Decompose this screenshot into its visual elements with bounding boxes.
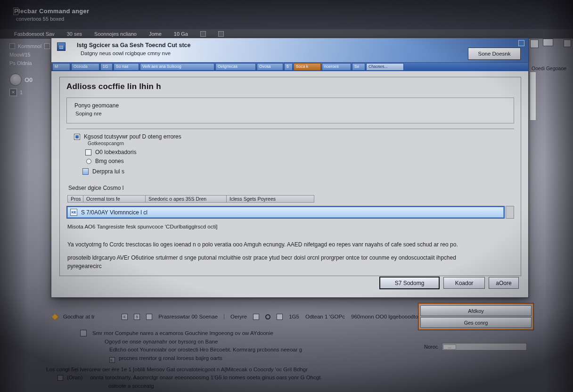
checkbox-icon[interactable] <box>80 330 87 336</box>
tab-strip: M Oceoda 1G So nas Verk aes ana Sulsoog … <box>51 63 528 71</box>
checkbox-icon[interactable] <box>85 149 91 155</box>
dialog-titlebar[interactable]: ▤ Istg Sgcicer sa Ga Sesh Toecnd Cut stc… <box>51 38 528 63</box>
menu-item-4[interactable]: Jome <box>149 31 162 37</box>
table-header: Pros Ocremal tors fe Snedoric o apes 35S… <box>67 195 314 203</box>
status-item-2: Prasresswtar 00 Soenae <box>158 314 218 319</box>
description-paragraph-3: pyregearecirc <box>67 263 511 270</box>
tab-strip-filler <box>405 63 527 71</box>
tab-5[interactable]: Verk aes ana Sulsoog <box>140 63 214 71</box>
footer-line-6-label: (Oran) <box>67 375 82 380</box>
folder-small-icon <box>57 375 63 381</box>
separator <box>224 314 224 319</box>
sidebar-item-label: Kormmnol <box>18 43 41 49</box>
toolbar-box-icon-4[interactable] <box>253 314 259 320</box>
footer-line-2: Ogoyd oe onse oynarnahr oor byrsorg on B… <box>45 338 511 346</box>
primary-button[interactable]: S7 Sodomg <box>379 277 440 289</box>
column-header-4[interactable]: Icless Sgets Poyrees <box>227 195 314 203</box>
scroll-button[interactable] <box>506 206 514 219</box>
option-label: Kgsosd tcutsyvwr pouf D oteng errores <box>84 133 181 140</box>
tab-6[interactable]: Oetgrrecas <box>215 63 256 71</box>
desktop: Plecbar Command anger convertoos 55 boxe… <box>0 0 573 392</box>
menu-toolbar-icon[interactable] <box>200 31 206 37</box>
sidebar-item-label: Moovl/15 <box>9 52 31 57</box>
toolbar-box-icon-2[interactable]: 5 <box>134 314 140 320</box>
sidebar-item-moovl[interactable]: Moovl/15 <box>9 52 53 57</box>
radio-icon[interactable] <box>86 159 91 164</box>
description-paragraph-2: prosoteib ldrgcaryo AVEr O6utirioe srtul… <box>67 254 511 261</box>
option-label: Bmg oones <box>95 158 124 164</box>
status-item-3: Oeryre <box>230 314 247 319</box>
footer-text-block: Smr rnor Compuhe nares a ecamoros Gouchi… <box>45 329 511 390</box>
checkbox-icon[interactable] <box>74 134 80 140</box>
footer-line-1-text: Smr rnor Compuhe nares a ecamoros Gouchi… <box>92 330 273 336</box>
tab-9[interactable]: Soca k <box>294 63 321 71</box>
table-body: KE S 7/0A0AY Vlomnncice l cl <box>66 206 514 219</box>
menu-toolbar-icon-2[interactable] <box>218 31 224 37</box>
column-header-3[interactable]: Snedoric o apes 35S Dren <box>146 195 227 203</box>
table-row-selected[interactable]: KE S 7/0A0AY Vlomnncice l cl <box>66 206 505 219</box>
footer-line-4-text: prccnes rrenrtor g ronal loroess bajirg … <box>119 355 222 361</box>
badge-icon <box>44 43 50 49</box>
footer-line-6-text: onnta toroctnarty. Aaomrctgr onasr eoeon… <box>90 375 322 380</box>
footer-line-6: (Oran)onnta toroctnarty. Aaomrctgr onasr… <box>45 374 511 382</box>
sidebar-item-oldnia[interactable]: Ps Oldnia <box>9 60 53 66</box>
page-title: Adlioss cocffie lin lhin h <box>66 82 514 91</box>
menu-item-5[interactable]: 10 Ga <box>174 31 188 37</box>
option-row-2[interactable]: O0 lobexbadoris <box>85 149 514 155</box>
menu-item-3[interactable]: Soonnojes ncliano <box>94 31 137 37</box>
group-line2: Soping nre <box>74 111 506 116</box>
scrollbar-strip[interactable] <box>530 72 536 121</box>
dialog-window: ▤ Istg Sgcicer sa Ga Sesh Toecnd Cut stc… <box>51 38 529 298</box>
ges-conrg-button[interactable]: Ges conrg <box>420 317 532 328</box>
tab-2[interactable]: Oceoda <box>71 63 99 71</box>
select-device-label: Sedser dgice Cosmo l <box>68 185 514 191</box>
table-row-text: S 7/0A0AY Vlomnncice l cl <box>81 209 147 216</box>
tab-12[interactable]: Chaoses... <box>366 63 404 71</box>
list-marker-icon: E. <box>109 357 115 363</box>
sidebar-item-label: O0 <box>25 76 33 83</box>
sidebar-item-label: Ps Oldnia <box>9 60 32 66</box>
record-icon <box>265 314 270 319</box>
tab-7[interactable]: Ovosa <box>257 63 283 71</box>
column-header-1[interactable]: Pros <box>67 195 83 203</box>
tab-4[interactable]: So nas <box>114 63 139 71</box>
noroc-input[interactable]: ... <box>442 343 527 351</box>
option-1-subtext: Gotkeospcangrn <box>88 140 514 146</box>
ellipsis-button[interactable]: ... <box>443 344 456 350</box>
option-row-4[interactable]: Derppra lul s <box>82 168 514 175</box>
column-header-2[interactable]: Ocremal tors fe <box>83 195 146 203</box>
tab-10[interactable]: noeroes <box>322 63 351 71</box>
footer-line-1: Smr rnor Compuhe nares a ecamoros Gouchi… <box>45 329 511 338</box>
help-icon[interactable] <box>518 40 524 46</box>
menu-item-2[interactable]: 30 ses <box>67 31 82 37</box>
tertiary-button[interactable]: aOore <box>489 277 519 289</box>
window-control-icon-2[interactable] <box>543 39 553 46</box>
avatar-icon <box>9 74 22 86</box>
option-row-1[interactable]: Kgsosd tcutsyvwr pouf D oteng errores <box>74 133 514 140</box>
app-subtitle: convertoos 55 boxed <box>14 16 573 22</box>
option-label: Derppra lul s <box>92 168 124 175</box>
top-app-bar: Plecbar Command anger convertoos 55 boxe… <box>0 0 573 29</box>
document-icon <box>82 168 89 175</box>
tab-3[interactable]: 1G <box>100 63 113 71</box>
sidebar-item-o0[interactable]: O0 <box>9 74 53 86</box>
window-control-icon-3[interactable] <box>564 40 571 47</box>
option-row-3[interactable]: Bmg oones <box>86 158 514 164</box>
secondary-button[interactable]: Koador <box>443 277 485 289</box>
sone-doesnk-button[interactable]: Sone Doesnk <box>468 48 521 60</box>
status-item-1: Gocdhar at tr <box>63 314 95 319</box>
toolbar-box-icon-1[interactable]: E <box>122 314 128 320</box>
highlighted-action-panel: Afdkoy Ges conrg <box>418 303 533 330</box>
tab-8[interactable]: 5 <box>284 63 293 71</box>
toolbar-box-icon-5[interactable] <box>277 314 283 320</box>
footer-line-3: Edtcho ooot Younnoiabr oor orostecti Hro… <box>45 346 511 354</box>
tab-1[interactable]: M <box>52 63 70 71</box>
afdkoy-button[interactable]: Afdkoy <box>420 305 532 316</box>
menu-item-1[interactable]: Fasbdoesoot Sav <box>14 31 55 37</box>
sidebar-item-kormmnol[interactable]: Kormmnol <box>9 43 53 49</box>
tab-11[interactable]: Se <box>352 63 365 71</box>
toolbar-box-icon-3[interactable] <box>146 314 152 320</box>
status-item-5: Odtean 1 'GOPc <box>305 314 345 319</box>
sidebar-item-1[interactable]: ✕ 1 <box>9 89 53 96</box>
window-control-icon-1[interactable] <box>530 40 539 48</box>
